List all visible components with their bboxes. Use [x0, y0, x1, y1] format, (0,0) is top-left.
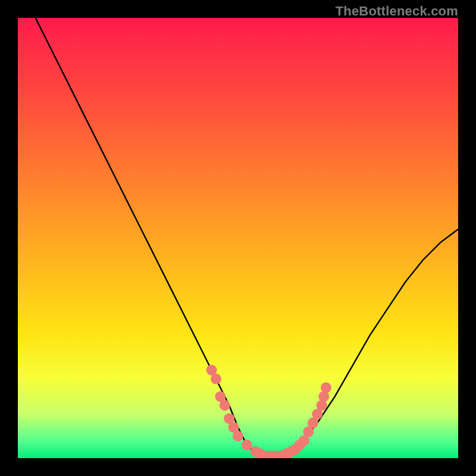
highlight-dot [220, 400, 230, 411]
plot-area [18, 18, 458, 458]
highlight-markers [206, 365, 331, 458]
bottleneck-curve [36, 18, 458, 458]
highlight-dot [211, 374, 221, 384]
highlight-dot [233, 431, 243, 441]
highlight-dot [242, 440, 252, 450]
curve-layer [18, 18, 458, 458]
watermark-text: TheBottleneck.com [336, 4, 458, 19]
chart-frame: TheBottleneck.com [0, 0, 476, 476]
highlight-dot [321, 383, 331, 393]
